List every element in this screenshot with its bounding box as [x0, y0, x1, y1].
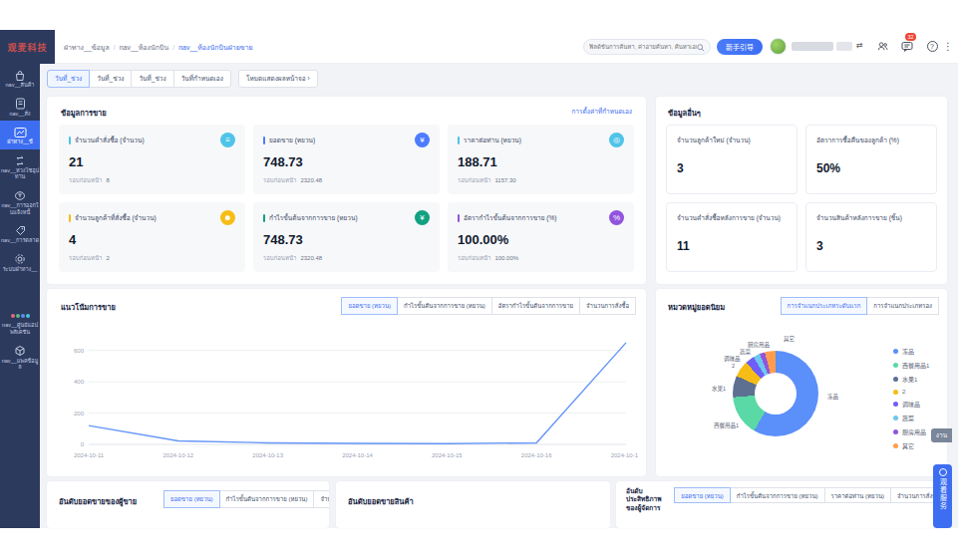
task-floating-tag[interactable]: งาน [931, 428, 952, 442]
seller-tab-sales[interactable]: ยอดขาย (หยวน) [163, 490, 220, 508]
help-icon[interactable]: ? [925, 39, 939, 53]
donut-label: 冻品 [827, 393, 838, 401]
messages-icon[interactable] [900, 39, 914, 53]
seller-ranking-panel: อันดับยอดขายของผู้ขาย ยอดขาย (หยวน) กำไร… [47, 481, 329, 528]
other-card-new-customers: จำนวนลูกค้าใหม่ (จำนวน) 3 [666, 125, 798, 194]
svg-text:600: 600 [74, 348, 85, 354]
gear-icon [1, 253, 39, 266]
manager-tab-sales[interactable]: ยอดขาย (หยวน) [674, 487, 731, 503]
seller-tab-order-count[interactable]: จำนวนการสั่งซื้อ [313, 490, 329, 508]
legend-item[interactable]: 蔬菜 [893, 414, 929, 422]
document-icon [1, 98, 39, 111]
sales-panel-title: ข้อมูลการขาย [61, 107, 107, 119]
legend-dot [893, 363, 898, 368]
sidebar-item-products[interactable]: nav__สินค้า [0, 64, 40, 93]
category-tab-primary[interactable]: การจำแนกประเภทระดับแรก [781, 297, 868, 315]
trend-tab-sales[interactable]: ยอดขาย (หยวน) [341, 297, 398, 315]
legend-dot [893, 377, 898, 382]
manager-ranking-title: อันดับประสิทธิภาพของผู้จัดการ [626, 487, 671, 512]
percent-icon: % [609, 210, 624, 225]
sidebar-item-orders[interactable]: nav__สั่ง [0, 93, 40, 122]
sidebar-nav: nav__สินค้า nav__สั่ง ฝ่าทาง__ข้ nav__ห่… [0, 64, 40, 528]
trend-panel-title: แนวโน้มการขาย [61, 301, 116, 313]
seller-tab-gross-profit[interactable]: กำไรขั้นต้นจากการขาย (หยวน) [219, 490, 315, 508]
product-ranking-panel: อันดับยอดขายสินค้า [336, 481, 610, 528]
avatar[interactable] [770, 38, 787, 55]
popular-categories-panel: หมวดหมู่ยอดนิยม การจำแนกประเภทระดับแรก ก… [656, 289, 947, 476]
legend-item[interactable]: 其它 [893, 441, 929, 450]
stat-card-gross-profit: กำไรขั้นต้นจากการขาย (หยวน)¥ 748.73 รอบก… [253, 202, 440, 272]
other-card-aftersale-items: จำนวนสินค้าหลังการขาย (ชิ้น) 3 [805, 202, 937, 272]
other-data-panel: ข้อมูลอื่นๆ จำนวนลูกค้าใหม่ (จำนวน) 3 อั… [656, 97, 947, 284]
svg-text:2024-10-11: 2024-10-11 [74, 452, 105, 458]
search-input[interactable] [589, 44, 697, 50]
watch-service-button[interactable]: 观看服务 [933, 464, 952, 528]
sidebar-item-sales-data[interactable]: ฝ่าทาง__ข้ [0, 121, 40, 149]
other-value: 3 [677, 161, 787, 175]
stat-card-customers: จำนวนลูกค้าที่สั่งซื้อ (จำนวน)☻ 4 รอบก่อ… [59, 202, 245, 272]
sidebar-item-system[interactable]: ระบบฝ่าทาง__ [0, 248, 40, 277]
svg-text:2024-10-15: 2024-10-15 [432, 452, 463, 458]
stat-card-price-per-person: ราคาต่อท่าน (หยวน)◎ 188.71 รอบก่อนหน้า11… [448, 125, 634, 194]
other-panel-title: ข้อมูลอื่นๆ [668, 107, 701, 119]
stat-card-order-count: จำนวนคำสั่งซื้อ (จำนวน)≡ 21 รอบก่อนหน้า8 [59, 125, 245, 194]
legend-item[interactable]: 2 [893, 389, 929, 395]
manager-tab-gross-profit[interactable]: กำไรขั้นต้นจากการขาย (หยวน) [730, 487, 825, 503]
svg-text:400: 400 [74, 379, 85, 385]
legend-item[interactable]: 西餐用品1 [893, 361, 929, 370]
sidebar-item-app-center[interactable]: nav__ศูนย์แอปพลิเคชัน [0, 304, 40, 339]
more-menu-icon[interactable]: ⋮ [941, 39, 955, 53]
sidebar-item-marketing[interactable]: nav__การตลาด [0, 219, 40, 248]
moneybag-icon: ¥ [415, 210, 430, 225]
donut-label: 西餐用品1 [714, 421, 739, 429]
other-value: 3 [816, 239, 926, 253]
coin-icon: ◎ [609, 133, 624, 147]
svg-text:0: 0 [81, 441, 85, 447]
legend-label: 调味品 [902, 400, 920, 409]
newbie-guide-button[interactable]: 新手引导 [717, 39, 763, 55]
switch-account-icon[interactable]: ⇄ [856, 41, 863, 50]
other-value: 11 [677, 239, 787, 253]
date-tab-custom[interactable]: วันที่กำหนดเอง [173, 70, 231, 88]
breadcrumb-separator: / [114, 44, 116, 51]
legend-item[interactable]: 冻品 [893, 347, 929, 356]
username-redacted [792, 42, 833, 51]
category-tab-secondary[interactable]: การจำแนกประเภทรอง [866, 297, 939, 315]
other-card-repurchase-rate: อัตราการซื้อคืนของลูกค้า (%) 50% [805, 125, 937, 194]
breadcrumb-item[interactable]: nav__ห้องนักบิน [120, 42, 169, 53]
legend-item[interactable]: 厨房用品 [893, 427, 929, 436]
sidebar-item-supply-chain[interactable]: nav__ห่วงโซ่อุปทาน [0, 149, 40, 184]
search-icon[interactable] [697, 38, 705, 56]
donut-label: 其它 [784, 335, 795, 343]
trend-tab-gross-margin[interactable]: อัตรากำไรขั้นต้นจากการขาย [491, 297, 580, 315]
stat-value: 4 [69, 232, 235, 247]
screen-display-mode-button[interactable]: โหมดแสดงผลหน้าจอ › [238, 70, 318, 88]
trend-tab-gross-profit[interactable]: กำไรขั้นต้นจากการขาย (หยวน) [397, 297, 492, 315]
custom-settings-link[interactable]: การตั้งค่าที่กำหนดเอง [571, 107, 632, 117]
date-tab-range-1[interactable]: วันที่_ช่วง [47, 70, 90, 88]
legend-item[interactable]: 水果1 [893, 375, 929, 384]
manager-tab-price-per-person[interactable]: ราคาต่อท่าน (หยวน) [824, 487, 892, 503]
breadcrumb: ฝ่าทาง__ข้อมูล / nav__ห้องนักบิน / nav__… [64, 30, 253, 64]
sidebar-item-data-pack[interactable]: nav__แพคข้อมูล [0, 340, 40, 375]
product-ranking-title: อันดับยอดขายสินค้า [348, 495, 414, 507]
other-card-aftersale-orders: จำนวนคำสั่งซื้อหลังการขาย (จำนวน) 11 [666, 202, 798, 272]
global-search[interactable] [583, 39, 711, 55]
trend-metric-tabs: ยอดขาย (หยวน) กำไรขั้นต้นจากการขาย (หยวน… [342, 297, 636, 315]
date-tab-range-3[interactable]: วันที่_ช่วง [131, 70, 173, 88]
sidebar-item-invoicing[interactable]: nav__การออกใบแจ้งหนี้ [0, 184, 40, 219]
breadcrumb-item[interactable]: ฝ่าทาง__ข้อมูล [64, 42, 110, 53]
legend-label: 水果1 [902, 375, 917, 384]
legend-item[interactable]: 调味品 [893, 400, 929, 409]
donut-label: 厨房用品 [748, 341, 770, 349]
stat-cards-grid: จำนวนคำสั่งซื้อ (จำนวน)≡ 21 รอบก่อนหน้า8… [59, 125, 634, 272]
legend-label: 2 [902, 389, 905, 395]
contacts-icon[interactable] [875, 39, 889, 53]
trend-line-chart[interactable]: 02004006002024-10-112024-10-122024-10-13… [55, 325, 638, 464]
other-value: 50% [816, 161, 926, 175]
manager-ranking-panel: อันดับประสิทธิภาพของผู้จัดการ ยอดขาย (หย… [616, 481, 947, 528]
trend-tab-order-count[interactable]: จำนวนการสั่งซื้อ [579, 297, 636, 315]
stat-value: 188.71 [458, 154, 624, 169]
category-donut-chart[interactable] [733, 351, 818, 436]
date-tab-range-2[interactable]: วันที่_ช่วง [89, 70, 132, 88]
